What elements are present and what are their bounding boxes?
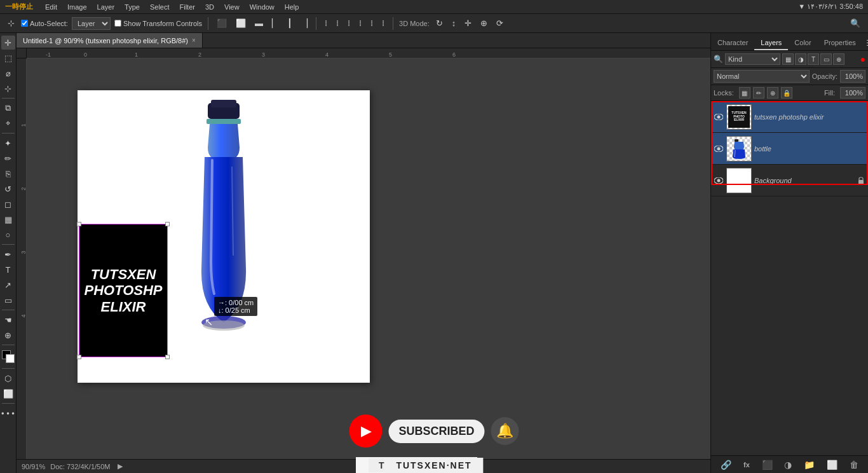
link-layers-btn[interactable]: 🔗 (718, 458, 734, 472)
menu-image[interactable]: Image (63, 2, 92, 12)
layer-item-bottle[interactable]: bottle (711, 133, 868, 165)
tab-color[interactable]: Color (788, 36, 817, 50)
delete-layer-btn[interactable]: 🗑 (847, 458, 861, 472)
shape-tool-btn[interactable]: ▭ (1, 293, 15, 307)
color-swatches[interactable] (2, 350, 15, 363)
layer-fx-btn[interactable]: fx (741, 459, 752, 470)
menu-layer[interactable]: Layer (93, 2, 119, 12)
tab-layers[interactable]: Layers (754, 36, 788, 50)
quick-mask-btn[interactable]: ⬡ (1, 371, 15, 385)
eraser-tool-btn[interactable]: ◻ (1, 197, 15, 211)
distribute-btn1[interactable]: ⁞ (322, 17, 330, 29)
align-vcenter-btn[interactable]: ⬜ (233, 17, 248, 29)
menu-view[interactable]: View (220, 2, 244, 12)
menu-3d[interactable]: 3D (201, 2, 219, 12)
add-mask-btn[interactable]: ⬛ (759, 458, 775, 472)
opacity-input[interactable] (840, 70, 865, 83)
layers-kind-select[interactable]: Kind Name Effect Mode Attribute Color Sm… (725, 53, 780, 65)
lock-artboard-btn[interactable]: ⊕ (767, 87, 778, 99)
menu-select[interactable]: Select (146, 2, 174, 12)
ruler-v-mark: 1 (20, 123, 27, 127)
distribute-btn5[interactable]: ⁞ (368, 17, 376, 29)
distribute-btn4[interactable]: ⁞ (356, 17, 364, 29)
new-adjustment-btn[interactable]: ◑ (782, 458, 794, 472)
layer-select[interactable]: Layer Group (72, 17, 111, 30)
blend-mode-select[interactable]: Normal Dissolve Multiply Screen Overlay (714, 70, 810, 83)
filter-shape-btn[interactable]: ▭ (820, 53, 832, 65)
pen-tool-btn[interactable]: ✒ (1, 247, 15, 261)
align-right-btn[interactable]: ▕ (299, 17, 310, 29)
layer-item-tutsxen[interactable]: TUTSXENPHOTOELIXIR tutsxen photoshp elix… (711, 101, 868, 133)
fill-input[interactable] (840, 87, 865, 99)
clone-tool-btn[interactable]: ⎘ (1, 167, 15, 181)
new-group-btn[interactable]: 📁 (801, 458, 817, 472)
layer-eye-bottle[interactable] (714, 144, 724, 154)
crop-tool-btn[interactable]: ⧉ (1, 101, 15, 115)
tab-character[interactable]: Character (711, 36, 754, 50)
3d-btn5[interactable]: ⟳ (494, 17, 506, 29)
filter-toggle-btn[interactable]: ● (860, 54, 865, 64)
move-tool-icon[interactable]: ⊹ (5, 17, 17, 29)
svg-rect-2 (207, 119, 241, 124)
lock-all-btn[interactable]: 🔒 (781, 87, 792, 99)
new-layer-btn[interactable]: ⬜ (824, 458, 840, 472)
filter-pixel-btn[interactable]: ▦ (782, 53, 794, 65)
document-tab[interactable]: Untitled-1 @ 90/9% (tutsxen photoshp eli… (17, 33, 203, 48)
align-hcenter-btn[interactable]: ┃ (285, 17, 295, 29)
auto-select-checkbox[interactable] (21, 20, 28, 27)
3d-btn3[interactable]: ✛ (462, 17, 474, 29)
selection-handle-bl (77, 355, 81, 359)
extras-btn[interactable]: • • • (1, 406, 15, 420)
hand-tool-btn[interactable]: ☚ (1, 313, 15, 327)
align-bottom-btn[interactable]: ▬ (252, 17, 266, 29)
screen-mode-btn[interactable]: ⬜ (1, 387, 15, 401)
menu-help[interactable]: Help (280, 2, 304, 12)
svg-rect-1 (211, 100, 236, 107)
distribute-btn3[interactable]: ⁞ (345, 17, 353, 29)
brush-tool-btn[interactable]: ✏ (1, 151, 15, 165)
lock-pixels-btn[interactable]: ▦ (739, 87, 750, 99)
panel-bottom-icons: 🔗 fx ⬛ ◑ 📁 ⬜ 🗑 (711, 455, 868, 473)
3d-btn1[interactable]: ↻ (433, 17, 445, 29)
search-btn[interactable]: 🔍 (848, 17, 863, 29)
move-tool-btn[interactable]: ✛ (1, 36, 15, 50)
magic-wand-btn[interactable]: ⊹ (1, 81, 15, 95)
menu-edit[interactable]: Edit (41, 2, 62, 12)
menu-window[interactable]: Window (245, 2, 279, 12)
layer-eye-background[interactable] (714, 175, 724, 186)
svg-point-12 (717, 179, 721, 182)
clock-display: 3:50:48 ۱۴۰۳/۶/۲۱ ▼ (798, 3, 863, 11)
canvas-content: TUTSXENPHOTOSHPELIXIR →: 0/00 cm ↓: 0/25… (27, 58, 710, 459)
lock-position-btn[interactable]: ✏ (753, 87, 764, 99)
show-transform-checkbox[interactable] (114, 20, 121, 27)
distribute-btn6[interactable]: ⁞ (379, 17, 387, 29)
history-brush-btn[interactable]: ↺ (1, 182, 15, 196)
3d-btn2[interactable]: ↕ (449, 17, 459, 29)
filter-adjust-btn[interactable]: ◑ (795, 53, 806, 65)
lasso-tool-btn[interactable]: ⌀ (1, 66, 15, 80)
marquee-tool-btn[interactable]: ⬚ (1, 51, 15, 65)
heal-tool-btn[interactable]: ✦ (1, 136, 15, 150)
tab-close-btn[interactable]: × (192, 37, 196, 44)
align-left-btn[interactable]: ▏ (269, 17, 281, 29)
panel-options-icon[interactable]: ☰ (862, 36, 868, 50)
3d-btn4[interactable]: ⊕ (478, 17, 490, 29)
dodge-tool-btn[interactable]: ○ (1, 228, 15, 242)
background-color[interactable] (6, 354, 15, 363)
menu-filter[interactable]: Filter (175, 2, 200, 12)
gradient-tool-btn[interactable]: ▦ (1, 212, 15, 226)
distribute-btn2[interactable]: ⁞ (334, 17, 341, 29)
eyedropper-btn[interactable]: ⌖ (1, 116, 15, 130)
path-select-btn[interactable]: ↗ (1, 278, 15, 292)
menu-type[interactable]: Type (120, 2, 144, 12)
filter-smart-btn[interactable]: ⊕ (833, 53, 844, 65)
tab-properties[interactable]: Properties (818, 36, 862, 50)
type-tool-btn[interactable]: T (1, 263, 15, 277)
align-top-btn[interactable]: ⬛ (214, 17, 229, 29)
layer-item-background[interactable]: Background (711, 165, 868, 196)
ruler-v-mark: 2 (20, 187, 27, 190)
canvas-wrapper[interactable]: -1 0 1 2 3 4 5 6 1 2 3 4 (17, 48, 710, 459)
filter-type-btn[interactable]: T (808, 53, 819, 65)
zoom-tool-btn[interactable]: ⊕ (1, 328, 15, 342)
layer-eye-tutsxen[interactable] (714, 112, 724, 122)
